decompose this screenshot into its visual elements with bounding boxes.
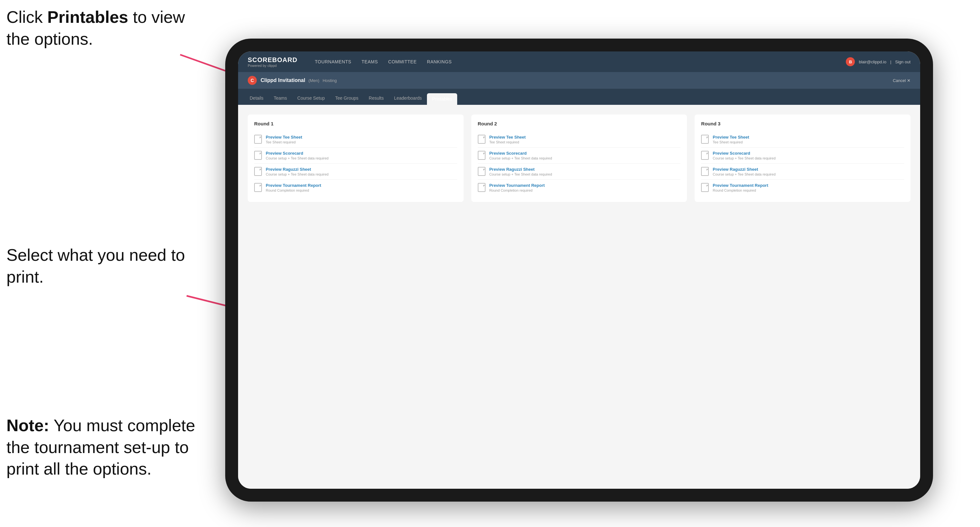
print-item-title-r1-i3: Preview Raguzzi Sheet (266, 167, 328, 172)
print-icon-r3-i3 (701, 167, 709, 176)
print-icon-r3-i2 (701, 151, 709, 160)
tab-teams[interactable]: Teams (269, 92, 292, 105)
print-item-r1-i3[interactable]: Preview Raguzzi SheetCourse setup + Tee … (254, 163, 457, 180)
round-header-3: Round 3 (701, 121, 904, 126)
print-item-r2-i3[interactable]: Preview Raguzzi SheetCourse setup + Tee … (478, 163, 681, 180)
nav-link-tournaments[interactable]: TOURNAMENTS (310, 57, 355, 66)
tab-course-setup[interactable]: Course Setup (292, 92, 330, 105)
print-item-subtitle-r3-i2: Course setup + Tee Sheet data required (713, 156, 775, 160)
top-nav-right: B blair@clippd.io | Sign out (846, 57, 910, 66)
annotation-middle: Select what you need to print. (6, 244, 193, 288)
print-item-title-r3-i2: Preview Scorecard (713, 151, 775, 156)
tournament-title: Clippd Invitational (261, 78, 305, 83)
tab-bar: Details Teams Course Setup Tee Groups Re… (238, 89, 920, 105)
print-item-text-r2-i2: Preview ScorecardCourse setup + Tee Shee… (489, 151, 552, 160)
print-icon-r1-i1 (254, 135, 262, 144)
cancel-button[interactable]: Cancel ✕ (893, 78, 910, 83)
print-icon-r2-i3 (478, 167, 485, 176)
top-nav: SCOREBOARD Powered by clippd TOURNAMENTS… (238, 51, 920, 72)
tab-leaderboards[interactable]: Leaderboards (389, 92, 427, 105)
print-item-text-r3-i2: Preview ScorecardCourse setup + Tee Shee… (713, 151, 775, 160)
scoreboard-brand: SCOREBOARD Powered by clippd (248, 56, 297, 68)
main-content: Round 1Preview Tee SheetTee Sheet requir… (238, 105, 920, 489)
brand-title: SCOREBOARD (248, 56, 297, 63)
tab-printables[interactable]: Printables (427, 93, 457, 105)
print-item-text-r2-i1: Preview Tee SheetTee Sheet required (489, 135, 526, 144)
round-column-1: Round 1Preview Tee SheetTee Sheet requir… (248, 114, 464, 202)
sign-out-link[interactable]: Sign out (895, 59, 910, 64)
round-header-1: Round 1 (254, 121, 457, 126)
print-item-subtitle-r2-i1: Tee Sheet required (489, 140, 526, 144)
print-item-r2-i4[interactable]: Preview Tournament ReportRound Completio… (478, 180, 681, 195)
brand-sub: Powered by clippd (248, 63, 297, 68)
print-item-text-r1-i2: Preview ScorecardCourse setup + Tee Shee… (266, 151, 328, 160)
print-icon-r1-i3 (254, 167, 262, 176)
print-item-text-r3-i1: Preview Tee SheetTee Sheet required (713, 135, 749, 144)
print-item-r2-i2[interactable]: Preview ScorecardCourse setup + Tee Shee… (478, 148, 681, 163)
print-item-subtitle-r2-i3: Course setup + Tee Sheet data required (489, 172, 552, 176)
print-item-subtitle-r1-i2: Course setup + Tee Sheet data required (266, 156, 328, 160)
round-column-3: Round 3Preview Tee SheetTee Sheet requir… (695, 114, 910, 202)
print-icon-r1-i2 (254, 151, 262, 160)
nav-link-rankings[interactable]: RANKINGS (422, 57, 456, 66)
print-icon-r1-i4 (254, 183, 262, 192)
tab-results[interactable]: Results (364, 92, 389, 105)
print-item-r1-i4[interactable]: Preview Tournament ReportRound Completio… (254, 180, 457, 195)
annotation-top: Click Printables to view the options. (6, 6, 187, 50)
print-item-title-r3-i3: Preview Raguzzi Sheet (713, 167, 775, 172)
tab-details[interactable]: Details (245, 92, 269, 105)
sub-nav: C Clippd Invitational (Men) Hosting Canc… (238, 72, 920, 89)
print-item-text-r1-i1: Preview Tee SheetTee Sheet required (266, 135, 302, 144)
print-item-text-r2-i4: Preview Tournament ReportRound Completio… (489, 183, 545, 192)
print-item-subtitle-r2-i4: Round Completion required (489, 189, 545, 192)
print-icon-r2-i4 (478, 183, 485, 192)
print-item-r3-i1[interactable]: Preview Tee SheetTee Sheet required (701, 132, 904, 148)
print-item-title-r2-i3: Preview Raguzzi Sheet (489, 167, 552, 172)
tab-tee-groups[interactable]: Tee Groups (330, 92, 364, 105)
print-item-r3-i4[interactable]: Preview Tournament ReportRound Completio… (701, 180, 904, 195)
print-item-subtitle-r1-i1: Tee Sheet required (266, 140, 302, 144)
print-item-subtitle-r1-i4: Round Completion required (266, 189, 321, 192)
user-avatar: B (846, 57, 855, 66)
print-item-subtitle-r1-i3: Course setup + Tee Sheet data required (266, 172, 328, 176)
print-item-text-r1-i4: Preview Tournament ReportRound Completio… (266, 183, 321, 192)
print-item-subtitle-r3-i1: Tee Sheet required (713, 140, 749, 144)
print-item-title-r1-i2: Preview Scorecard (266, 151, 328, 156)
print-item-subtitle-r3-i4: Round Completion required (713, 189, 768, 192)
print-item-subtitle-r2-i2: Course setup + Tee Sheet data required (489, 156, 552, 160)
nav-link-committee[interactable]: COMMITTEE (384, 57, 422, 66)
print-item-subtitle-r3-i3: Course setup + Tee Sheet data required (713, 172, 775, 176)
annotation-bold-printables: Printables (47, 8, 128, 26)
user-email: blair@clippd.io (859, 59, 886, 64)
print-item-title-r3-i1: Preview Tee Sheet (713, 135, 749, 140)
print-item-title-r2-i2: Preview Scorecard (489, 151, 552, 156)
print-item-text-r2-i3: Preview Raguzzi SheetCourse setup + Tee … (489, 167, 552, 176)
print-item-title-r3-i4: Preview Tournament Report (713, 183, 768, 188)
tablet-frame: SCOREBOARD Powered by clippd TOURNAMENTS… (225, 38, 933, 502)
print-icon-r2-i1 (478, 135, 485, 144)
round-header-2: Round 2 (478, 121, 681, 126)
print-icon-r3-i4 (701, 183, 709, 192)
print-item-r2-i1[interactable]: Preview Tee SheetTee Sheet required (478, 132, 681, 148)
annotation-bottom: Note: You must complete the tournament s… (6, 415, 206, 480)
separator: | (890, 59, 891, 64)
print-icon-r3-i1 (701, 135, 709, 144)
print-item-r3-i2[interactable]: Preview ScorecardCourse setup + Tee Shee… (701, 148, 904, 163)
print-item-title-r2-i4: Preview Tournament Report (489, 183, 545, 188)
tournament-logo: C (248, 76, 257, 85)
print-item-text-r1-i3: Preview Raguzzi SheetCourse setup + Tee … (266, 167, 328, 176)
print-item-r1-i1[interactable]: Preview Tee SheetTee Sheet required (254, 132, 457, 148)
print-item-r3-i3[interactable]: Preview Raguzzi SheetCourse setup + Tee … (701, 163, 904, 180)
print-item-text-r3-i4: Preview Tournament ReportRound Completio… (713, 183, 768, 192)
print-item-title-r1-i4: Preview Tournament Report (266, 183, 321, 188)
print-item-text-r3-i3: Preview Raguzzi SheetCourse setup + Tee … (713, 167, 775, 176)
print-icon-r2-i2 (478, 151, 485, 160)
print-item-title-r1-i1: Preview Tee Sheet (266, 135, 302, 140)
tournament-status: Hosting (323, 78, 337, 83)
top-nav-links: TOURNAMENTS TEAMS COMMITTEE RANKINGS (310, 57, 846, 66)
round-column-2: Round 2Preview Tee SheetTee Sheet requir… (471, 114, 687, 202)
print-item-r1-i2[interactable]: Preview ScorecardCourse setup + Tee Shee… (254, 148, 457, 163)
tablet-screen: SCOREBOARD Powered by clippd TOURNAMENTS… (238, 51, 920, 489)
nav-link-teams[interactable]: TEAMS (357, 57, 383, 66)
tournament-category: (Men) (309, 78, 320, 83)
